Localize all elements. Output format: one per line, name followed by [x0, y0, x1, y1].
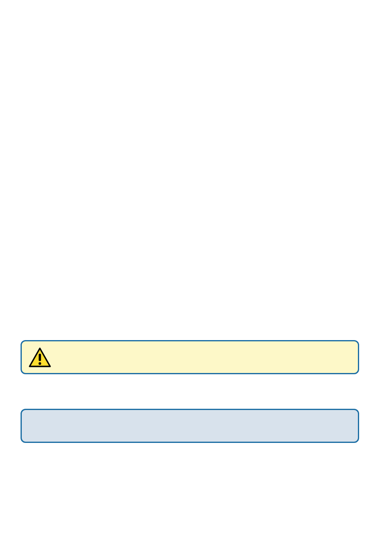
info-callout: [21, 409, 359, 443]
document-page: [0, 0, 392, 556]
svg-point-2: [39, 362, 41, 364]
svg-rect-1: [39, 354, 41, 361]
warning-callout: [21, 340, 359, 374]
warning-triangle-icon: [28, 347, 51, 368]
